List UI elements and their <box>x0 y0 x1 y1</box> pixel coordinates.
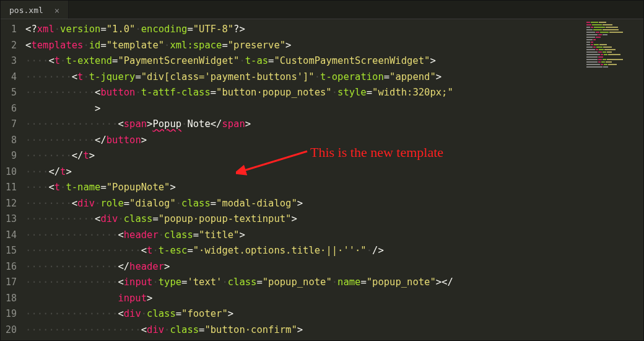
line-number: 7 <box>6 117 17 133</box>
code-line: ············</button> <box>25 133 643 149</box>
code-line: ····················<div·class="button·c… <box>25 322 643 339</box>
line-number-gutter: 1234567891011121314151617181920 <box>1 19 25 340</box>
code-line: ························Confirm <box>25 338 643 341</box>
line-number: 13 <box>6 211 17 228</box>
line-number: 17 <box>6 275 17 291</box>
line-number: 5 <box>6 85 17 101</box>
code-line: ········<t·t-jquery="div[class='payment-… <box>25 69 643 86</box>
code-area[interactable]: <?xml·version="1.0"·encoding="UTF-8"?><t… <box>25 19 643 340</box>
minimap[interactable] <box>586 22 641 71</box>
line-number: 19 <box>6 306 17 322</box>
code-line: ················</header> <box>25 259 643 275</box>
code-line: ················<span>Popup·Note</span> <box>25 117 643 133</box>
line-number: 4 <box>6 69 17 86</box>
line-number: 14 <box>6 228 17 244</box>
code-line: ····<t·t-name="PopupNote"> <box>25 180 643 196</box>
editor[interactable]: 1234567891011121314151617181920 <?xml·ve… <box>1 19 643 340</box>
code-line: ················<div·class="footer"> <box>25 306 643 322</box>
line-number: 12 <box>6 196 17 212</box>
code-line: <?xml·version="1.0"·encoding="UTF-8"?> <box>25 22 643 38</box>
line-number: 2 <box>6 38 17 54</box>
line-number: 20 <box>6 322 17 339</box>
file-tab[interactable]: pos.xml × <box>1 1 69 19</box>
line-number: 8 <box>6 133 17 149</box>
code-line: ············<div·class="popup·popup-text… <box>25 211 643 228</box>
line-number: 15 <box>6 243 17 259</box>
line-number: 1 <box>6 22 17 38</box>
line-number: 18 <box>6 291 17 307</box>
close-icon[interactable]: × <box>54 6 59 16</box>
code-line: ············<button·t-attf-class="button… <box>25 85 643 117</box>
tab-title: pos.xml <box>9 6 43 15</box>
code-line: ················<input·type='text'·class… <box>25 275 643 306</box>
code-line: <templates·id="template"·xml:space="pres… <box>25 38 643 54</box>
line-number: 16 <box>6 259 17 275</box>
code-line: ····················<t·t-esc="·widget.op… <box>25 243 643 259</box>
code-line: ····</t> <box>25 164 643 180</box>
line-number: 3 <box>6 53 17 69</box>
tab-bar: pos.xml × <box>1 1 643 19</box>
code-line: ················<header·class="title"> <box>25 228 643 244</box>
code-line: ········<div·role="dialog"·class="modal-… <box>25 196 643 212</box>
line-number: 9 <box>6 148 17 164</box>
line-number: 10 <box>6 164 17 180</box>
code-line: ····<t·t-extend="PaymentScreenWidget"·t-… <box>25 53 643 69</box>
code-line: ········</t> <box>25 148 643 164</box>
line-number: 11 <box>6 180 17 196</box>
line-number: 6 <box>6 101 17 117</box>
